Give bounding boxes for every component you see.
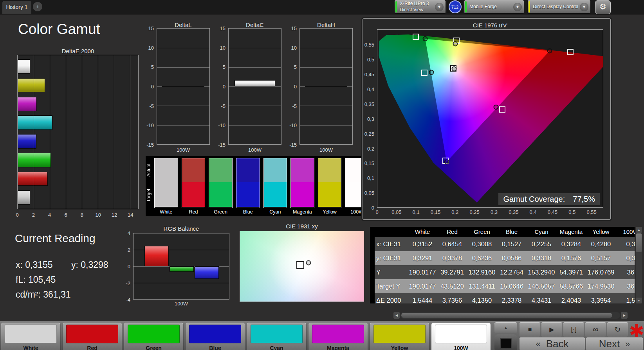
table-cell: 0,2255 [527,237,556,251]
table-header-cell: Red [437,227,467,237]
gridline [34,55,34,209]
pattern-swatch [128,325,180,343]
expand-panel-button[interactable]: ▲ [494,322,517,333]
axis-tick: -4 [126,297,130,303]
swatch-pair [290,158,314,208]
play-icon: ▶ [549,326,554,333]
back-button[interactable]: « Back [520,337,585,350]
gridline [98,55,98,209]
alert-asterisk-icon: ✱ [629,321,644,342]
table-cell: 43,5120 [437,279,467,293]
scroll-right-icon[interactable]: ▶ [621,312,628,319]
deltae-bar-100w [18,190,30,205]
swatch-label: Red [182,209,206,215]
table-cell: 174,9530 [586,279,616,293]
swatch-column-red: Red [182,158,206,215]
pattern-button-yellow[interactable]: Yellow [370,323,429,350]
table-row: Y190,017739,2791132,916012,2754153,29405… [370,265,635,279]
axis-tick: 15 [148,25,154,31]
axis-tick: 0,35 [364,101,374,107]
measured-marker-yellow [453,41,458,47]
table-cell: 132,9160 [467,265,497,279]
pattern-button-white[interactable]: White [1,323,60,350]
scrollbar-thumb[interactable] [401,313,612,318]
deltae-bar-row [18,95,138,113]
scroll-down-icon[interactable]: ▼ [636,298,642,303]
swatch-pair [263,158,287,208]
scroll-up-icon[interactable]: ▲ [636,227,642,233]
meter-status-stripe [395,1,397,13]
pattern-window-button[interactable] [494,334,517,350]
pattern-button-green[interactable]: Green [124,323,183,350]
scroll-left-icon[interactable]: ◀ [393,312,400,319]
target-marker [296,261,304,269]
tab-history-1[interactable]: History 1 [2,1,31,14]
axis-tick: 0 [372,205,374,211]
deltal-x-label: 100W [157,147,210,153]
deltah-chart: DeltaH 151050-5-10-15 100W [286,22,354,156]
target-swatch [236,182,260,207]
table-cell: 58,5766 [556,279,586,293]
pattern-button-100w[interactable]: 100W [431,323,491,350]
table-header-cell: 100W [616,227,635,237]
deltac-x-label: 100W [228,147,281,153]
axis-tick: 0 [375,209,378,215]
table-horizontal-scrollbar[interactable] [400,312,620,319]
target-swatch [291,182,314,207]
meter-dropdown[interactable]: X-Rite i1Pro 3Direct View ▼ [395,0,446,13]
refresh-button[interactable]: ↻ [607,322,628,337]
axis-tick: 4 [128,230,130,236]
deltae-bar-row [18,76,138,95]
scrollbar-thumb[interactable] [636,233,642,252]
continuous-read-button[interactable]: ∞ [585,322,606,337]
deltae-bar-red [18,172,48,186]
gridline [157,48,209,48]
axis-tick: -5 [149,103,154,109]
pattern-button-blue[interactable]: Blue [186,323,245,350]
stop-button[interactable]: ■ [520,322,540,337]
axis-tick: 0,25 [469,209,479,215]
table-cell: 54,3971 [556,265,586,279]
table-cell: 0,3 [616,251,635,265]
add-tab-button[interactable]: + [33,2,42,11]
source-dropdown-label: Mobile Forge [469,4,497,10]
axis-tick: -15 [146,142,154,148]
axis-tick: -10 [146,122,154,128]
axis-tick: 15 [291,25,297,31]
table-header-cell: Magenta [556,227,586,237]
rgb-balance-title: RGB Balance [133,225,229,232]
swatch-column-green: Green [209,158,233,215]
cie-1931-chart: CIE 1931 xy [240,223,364,303]
delta-bar [235,80,276,86]
single-read-button[interactable]: [·] [563,322,584,337]
table-row: y: CIE310,32910,33780,62360,05860,33180,… [370,251,635,265]
pattern-swatch [435,325,487,343]
swatch-label: Magenta [290,209,314,215]
pattern-button-red[interactable]: Red [63,323,122,350]
stop-icon: ■ [528,326,532,333]
pattern-window-icon [500,338,512,349]
table-cell: 12,2754 [497,265,527,279]
axis-tick: -2 [126,280,130,286]
table-header-cell: Green [467,227,497,237]
gear-icon[interactable]: ⚙ [595,0,611,14]
rgb-bar-green [170,266,194,272]
chevron-down-icon: ▼ [580,3,588,11]
pattern-button-cyan[interactable]: Cyan [247,323,306,350]
axis-tick: 0,45 [548,209,557,215]
axis-tick: -5 [292,103,297,109]
table-row-label: x: CIE31 [370,237,408,251]
workflow-status-stripe [529,1,530,13]
infinity-icon: ∞ [593,325,598,334]
table-cell: 0,3152 [408,237,437,251]
deltal-chart: DeltaL 151050-5-10-15 100W [143,22,211,156]
table-cell: 0,0586 [497,251,527,265]
rgb-balance-x-label: 100W [133,301,229,307]
measure-button[interactable]: ▶ [541,322,562,337]
workflow-dropdown[interactable]: Direct Display Control ▼ [528,0,590,13]
source-dropdown[interactable]: Mobile Forge ▼ [464,0,524,13]
pattern-button-magenta[interactable]: Magenta [308,323,368,350]
table-vertical-scrollbar[interactable]: ▲ ▼ [636,227,642,303]
cie-1931-plot-area [240,231,364,302]
gridline [114,55,114,209]
